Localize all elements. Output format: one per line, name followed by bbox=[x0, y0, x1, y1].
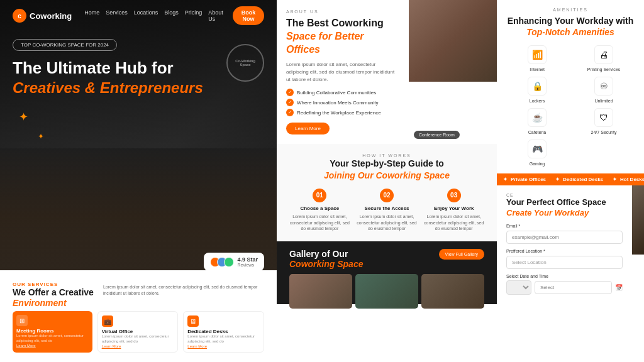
virtual-title: Virtual Office bbox=[102, 329, 174, 334]
right-panel-image bbox=[632, 185, 644, 255]
logo-text: Coworking bbox=[30, 11, 72, 21]
service-card-desks: 🖥 Dedicated Desks Lorem ipsum dolor sit … bbox=[183, 311, 264, 353]
step-3-title: Enjoy Your Work bbox=[423, 206, 484, 211]
about-label: ABOUT US bbox=[286, 9, 399, 14]
location-group: Preffered Location * Select Location bbox=[506, 249, 623, 269]
right-ticker-star-3: ✦ bbox=[613, 177, 617, 182]
gallery-title: Gallery of Our Coworking Space bbox=[289, 249, 363, 269]
amenities-title: Enhancing Your Workday with Top-Notch Am… bbox=[506, 15, 635, 38]
amenity-printing: 🖨 Printing Services bbox=[573, 45, 635, 72]
about-feature-3: ✓ Redefining the Workplace Experience bbox=[286, 109, 399, 116]
star-decoration-2: ✦ bbox=[38, 132, 44, 141]
amenities-label: AMENITIES bbox=[506, 8, 635, 12]
cafeteria-icon: ☕ bbox=[528, 108, 547, 127]
desks-title: Dedicated Desks bbox=[187, 329, 260, 334]
nav-services[interactable]: Services bbox=[106, 9, 128, 22]
booking-label: CE bbox=[506, 193, 623, 197]
view-gallery-button[interactable]: View Full Gallery bbox=[439, 249, 484, 260]
amenity-unlimited: ♾ Unlimited bbox=[573, 77, 635, 103]
steps-row: 01 Choose a Space Lorem ipsum dolor sit … bbox=[289, 189, 484, 232]
location-select[interactable]: Select Location bbox=[506, 256, 623, 269]
step-2-desc: Lorem ipsum dolor sit amet, consectetur … bbox=[357, 214, 418, 232]
right-ticker-star-2: ✦ bbox=[555, 177, 560, 182]
booking-image bbox=[632, 185, 644, 302]
meeting-learn-link[interactable]: Learn More bbox=[16, 344, 89, 348]
services-label: OUR SERVICES bbox=[13, 282, 94, 287]
gallery-thumb-1 bbox=[289, 274, 352, 309]
services-title: We Offer a Creative Environment bbox=[13, 287, 94, 309]
gallery-section: Gallery of Our Coworking Space View Full… bbox=[277, 241, 497, 304]
rating-badge: 4.9 Star Reviews bbox=[204, 253, 264, 271]
step-1-title: Choose a Space bbox=[289, 206, 350, 211]
services-bottom-section: OUR SERVICES We Offer a Creative Environ… bbox=[0, 270, 277, 362]
logo: c Coworking bbox=[13, 9, 72, 23]
virtual-learn-link[interactable]: Learn More bbox=[102, 344, 174, 348]
unlimited-icon: ♾ bbox=[594, 77, 613, 96]
date-row: 📅 bbox=[506, 280, 623, 295]
nav-about[interactable]: About Us bbox=[208, 9, 223, 22]
step-3-desc: Lorem ipsum dolor sit amet, consectetur … bbox=[423, 214, 484, 232]
step-3: 03 Enjoy Your Work Lorem ipsum dolor sit… bbox=[423, 189, 484, 232]
lockers-icon: 🔒 bbox=[528, 77, 547, 96]
about-learn-more-button[interactable]: Learn More bbox=[286, 123, 330, 134]
book-now-button[interactable]: Book Now bbox=[233, 6, 264, 25]
about-section: ABOUT US The Best Coworking Space for Be… bbox=[277, 0, 497, 144]
about-image-col: Conference Room bbox=[409, 0, 497, 144]
logo-icon: c bbox=[13, 9, 26, 23]
location-label: Preffered Location * bbox=[506, 249, 623, 253]
amenity-cafeteria-label: Cafeteria bbox=[528, 130, 546, 134]
step-1-num: 01 bbox=[313, 189, 326, 202]
email-input[interactable] bbox=[506, 231, 623, 244]
amenity-security: 🛡 24/7 Security bbox=[573, 108, 635, 134]
gallery-thumb-3 bbox=[421, 274, 484, 309]
right-ticker-3: ✦ Hot Desks bbox=[613, 177, 644, 182]
gallery-thumb-2 bbox=[355, 274, 418, 309]
gaming-icon: 🎮 bbox=[528, 140, 547, 158]
amenities-section: AMENITIES Enhancing Your Workday with To… bbox=[497, 0, 644, 173]
rating-avatars bbox=[210, 257, 234, 267]
about-feature-2: ✓ Where Innovation Meets Community bbox=[286, 99, 399, 106]
meeting-desc: Lorem ipsum dolor sit amet, consectetur … bbox=[16, 334, 89, 344]
amenity-gaming: 🎮 Gaming bbox=[506, 140, 568, 166]
about-text-col: ABOUT US The Best Coworking Space for Be… bbox=[277, 0, 409, 144]
amenity-unlimited-label: Unlimited bbox=[594, 99, 613, 103]
amenity-gaming-label: Gaming bbox=[530, 162, 545, 166]
desks-learn-link[interactable]: Learn More bbox=[187, 344, 260, 348]
right-ticker-star-1: ✦ bbox=[503, 177, 508, 182]
meeting-title: Meeting Rooms bbox=[16, 328, 89, 334]
hero-circle-decoration: Co-WorkingSpace bbox=[226, 44, 264, 82]
how-label: HOW IT WORKS bbox=[289, 153, 484, 158]
amenity-security-label: 24/7 Security bbox=[591, 130, 617, 134]
step-2: 02 Secure the Access Lorem ipsum dolor s… bbox=[357, 189, 418, 232]
step-2-title: Secure the Access bbox=[357, 206, 418, 211]
step-2-num: 02 bbox=[380, 189, 394, 202]
middle-panel: ABOUT US The Best Coworking Space for Be… bbox=[277, 0, 497, 362]
star-decoration-1: ✦ bbox=[19, 110, 28, 124]
about-image bbox=[409, 0, 497, 82]
amenity-cafeteria: ☕ Cafeteria bbox=[506, 108, 568, 134]
right-ticker-2: ✦ Dedicated Desks bbox=[555, 177, 603, 182]
nav-locations[interactable]: Locations bbox=[134, 9, 158, 22]
rating-info: 4.9 Star Reviews bbox=[237, 256, 258, 267]
desks-icon: 🖥 bbox=[187, 315, 199, 327]
step-1: 01 Choose a Space Lorem ipsum dolor sit … bbox=[289, 189, 350, 232]
about-title: The Best Coworking Space for Better Offi… bbox=[286, 17, 399, 56]
nav-blogs[interactable]: Blogs bbox=[164, 9, 179, 22]
service-card-meeting: ⊞ Meeting Rooms Lorem ipsum dolor sit am… bbox=[13, 311, 92, 353]
meeting-icon: ⊞ bbox=[16, 315, 28, 326]
hero-content: TOP CO-WORKING SPACE FOR 2024 The Ultima… bbox=[13, 38, 264, 101]
hero-panel: c Coworking Home Services Locations Blog… bbox=[0, 0, 277, 362]
rating-avatar-3 bbox=[224, 257, 234, 267]
hero-badge: TOP CO-WORKING SPACE FOR 2024 bbox=[13, 39, 117, 51]
right-ticker-1: ✦ Private Offices bbox=[503, 177, 546, 182]
nav-home[interactable]: Home bbox=[84, 9, 99, 22]
date-input[interactable] bbox=[535, 281, 612, 294]
check-icon-1: ✓ bbox=[286, 89, 294, 96]
email-label: Email * bbox=[506, 224, 623, 228]
nav-pricing[interactable]: Pricing bbox=[185, 9, 203, 22]
service-card-virtual: 💼 Virtual Office Lorem ipsum dolor sit a… bbox=[97, 311, 179, 353]
time-select[interactable] bbox=[506, 280, 531, 295]
internet-icon: 📶 bbox=[528, 45, 547, 64]
services-desc: Lorem ipsum dolor sit amet, consectetur … bbox=[103, 284, 264, 297]
about-img-label: Conference Room bbox=[414, 131, 460, 139]
